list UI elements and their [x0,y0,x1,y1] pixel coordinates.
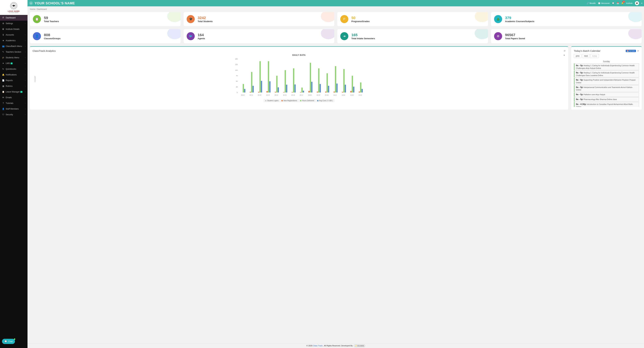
svg-text:09-27: 09-27 [300,94,304,96]
chevron-right-icon: › [25,68,26,70]
calendar-icon[interactable]: 📅 [617,2,619,4]
svg-rect-60 [325,92,326,92]
notification-bell[interactable]: 🔔78 [621,2,624,4]
stat-card-agents[interactable]: 🐦164Agents [184,29,334,43]
stat-card-total-intake-semesters[interactable]: ➜165Total Intake Semesters [337,29,488,43]
sidebar-item-tutorials[interactable]: ?Tutorials› [0,100,28,106]
developer-badge[interactable]: ⚡ EDUWEB [354,345,365,347]
svg-rect-45 [300,92,301,92]
svg-rect-25 [266,91,268,92]
analytics-title: ClassTrack Analytics [32,49,56,52]
stat-card-total-papers-saved[interactable]: ⚙96567Total Papers Saved [491,29,642,43]
chat-button[interactable]: 💬 Chat [2,339,15,344]
legend-item: Student Logins [265,100,278,101]
full-view-button[interactable]: 📅 Full view [626,50,636,52]
sidebar-item-rubrics[interactable]: ▦Rubrics› [0,83,28,89]
svg-text:09-21: 09-21 [250,94,253,96]
svg-text:09-24: 09-24 [275,94,278,96]
sidebar-item-emails[interactable]: ✉Emails› [0,95,28,100]
stat-value: 59 [44,16,59,20]
sidebar-label: Notifications [6,73,16,76]
institute-link[interactable]: Institute [626,2,632,4]
svg-rect-12 [244,89,246,92]
refresh-icon[interactable]: ⟳ [564,50,566,52]
location-link[interactable]: 🕐Vancouver [598,2,610,4]
sidebar-item-leave-manager[interactable]: 📋Leave Manager0› [0,89,28,95]
user-avatar[interactable]: 🎓 [635,1,639,5]
stat-icon: 👤 [33,32,41,40]
stat-card-classes-groups[interactable]: 👤808Classes/Groups [30,29,180,43]
sidebar-icon: ⏱ [2,16,4,19]
chart-wrap: DAILY DATA ≡ COUNT 025507510012515009-20… [32,54,566,102]
sidebar-item-notifications[interactable]: 🔔Notifications› [0,72,28,78]
stat-card-programs-grades[interactable]: P50Programs/Grades [337,12,488,26]
sidebar-label: Accounts [6,34,14,36]
legend-item: Avg Cost ( X 100 ) [317,100,333,101]
chevron-right-icon: › [25,102,26,104]
sidebar-label: Leave Manager [6,91,20,93]
svg-rect-40 [292,92,293,92]
calendar-event[interactable]: 9a - 5pHealing 1: Caring for Individuals… [574,70,639,77]
chat-icon[interactable]: 💬 [612,2,614,4]
calendar-next-button[interactable]: next [582,54,590,58]
analytics-chart: 025507510012515009-2009-2109-2209-2309-2… [32,57,566,97]
sidebar-item-reports[interactable]: 📄Reports› [0,78,28,83]
svg-text:150: 150 [235,58,238,60]
sidebar-label: Staff Members [6,108,19,110]
sidebar-item-accounts[interactable]: $Accounts› [0,32,28,38]
chevron-right-icon: › [25,34,26,36]
sidebar-item-students-menu[interactable]: 🎓Students Menu› [0,55,28,60]
stat-cards-grid: 📋59Total Teachers🎓3242Total StudentsP50P… [30,12,642,43]
hamburger-button[interactable]: ≡ [29,1,33,5]
footer-link[interactable]: Class Track [313,345,322,347]
calendar-event[interactable]: 9a - 5pInterpersonal Communication and T… [574,85,639,92]
sidebar-item-staff-members[interactable]: 👤Staff Members› [0,106,28,112]
calendar-today-button[interactable]: today [590,54,599,58]
calendar-refresh-icon[interactable]: ⟳ [637,50,639,52]
svg-rect-82 [362,89,363,92]
sidebar-item-dashboard[interactable]: ⏱Dashboard [0,15,28,20]
calendar-event[interactable]: 9a - 5pHealing 1: Caring for Individuals… [574,63,639,70]
analytics-panel: ClassTrack Analytics ⟳ DAILY DATA ≡ COUN… [30,46,568,110]
sidebar-item-lms[interactable]: ✦LMS0› [0,60,28,66]
sidebar-item-class-batch-menu[interactable]: 👥Class/Batch Menu› [0,43,28,49]
sidebar-icon: 👥 [2,45,4,47]
sidebar-item-academics[interactable]: ★Academics› [0,38,28,43]
sidebar-item-settings[interactable]: ⚙Settings› [0,20,28,26]
sidebar: LOGO NAME SLOGAN HERE ⏱Dashboard⚙Setting… [0,0,28,348]
breadcrumb-home[interactable]: Home [30,8,35,10]
sidebar-item-quickbooks[interactable]: ↻Quickbooks› [0,66,28,72]
chart-menu-icon[interactable]: ≡ [564,54,565,56]
sidebar-item-teachers-section[interactable]: ✎Teachers Section› [0,49,28,55]
event-text: Interpersonal Communication and Teamwork… [576,86,633,91]
svg-text:25: 25 [236,86,238,88]
svg-text:09-25: 09-25 [283,94,286,96]
sidebar-label: Teachers Section [6,51,21,53]
stat-label: Total Papers Saved [505,37,525,40]
svg-rect-16 [251,72,252,92]
legend-item: Hours Delivered [300,100,314,101]
user-menu-caret[interactable]: ▾ [641,2,642,4]
stat-card-total-students[interactable]: 🎓3242Total Students [184,12,334,26]
moodle-link[interactable]: 🔗Moodle [587,2,596,4]
svg-rect-77 [353,87,354,92]
calendar-prev-button[interactable]: prev [574,54,582,58]
calendar-event[interactable]: 9a - 5pPharmacology-Ritu Sharma-Online c… [574,97,639,102]
calendar-event[interactable]: 9a - 5pSupporting Positive and Independe… [574,78,639,85]
sidebar-item-institute-details[interactable]: 🏛Institute Details [0,26,28,32]
calendar-event[interactable]: 9a - 5pPalliative care-Anju Katyal- [574,92,639,97]
chevron-right-icon: › [25,97,26,98]
stat-value: 165 [351,33,375,37]
calendar-event[interactable]: 9a - 4:30pIntroduction to Canadian Payro… [574,102,639,107]
svg-rect-35 [283,92,284,92]
sidebar-label: Reports [6,79,13,82]
chevron-right-icon: › [25,51,26,53]
legend-item: New Registrations [282,100,297,101]
sidebar-item-security[interactable]: 🛡Security› [0,112,28,117]
calendar-event-list[interactable]: 9a - 5pHealing 1: Caring for Individuals… [574,63,639,107]
stat-card-total-teachers[interactable]: 📋59Total Teachers [30,12,180,26]
sidebar-label: Rubrics [6,85,12,87]
chevron-right-icon: › [25,91,26,93]
chevron-right-icon: › [25,40,26,41]
stat-card-academic-courses-subjects[interactable]: 🎄379Academic Courses/Subjects [491,12,642,26]
